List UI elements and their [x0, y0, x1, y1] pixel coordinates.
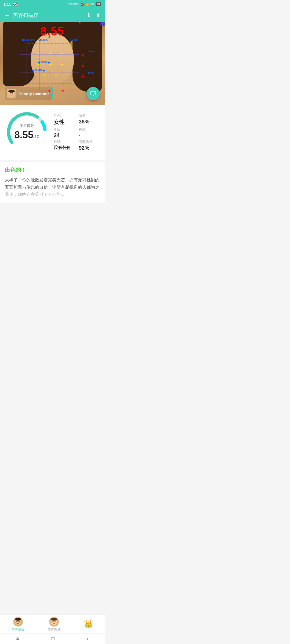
landmark-dot-5 — [49, 64, 51, 65]
status-time: 8:11 — [4, 2, 11, 6]
landmark-dot-6 — [61, 64, 63, 65]
arrow-down-right: ▼ — [61, 89, 64, 93]
wifi-icon: 📡 — [90, 3, 94, 6]
x-mark-3: ✕ — [81, 74, 84, 79]
landmark-dot-4 — [38, 64, 39, 65]
circle-score-sub: /10 — [33, 134, 39, 139]
stat-gender-value: 女性 — [54, 119, 74, 126]
badge-face-svg — [8, 90, 16, 98]
circle-center-content: 美容得分 8.55/10 — [15, 123, 39, 141]
status-avatar-icon: 🐼 — [12, 2, 17, 6]
meas-100: ◀ 100% ▶ — [38, 61, 50, 64]
landmark-dot-2 — [49, 53, 51, 54]
image-score-value: 8.55 — [40, 25, 64, 37]
meas-top-right: 27%▶ — [70, 38, 78, 42]
image-score-overlay: 8.55 — [40, 25, 64, 38]
download-button[interactable]: ⬇ — [86, 12, 91, 19]
grid-line-v2 — [59, 37, 59, 90]
scanner-badge-icon — [7, 89, 16, 98]
meas-top-mid: 21.5% — [39, 38, 48, 41]
signal-icon: 📶 — [85, 3, 89, 6]
desc-section: 出色的！ 太棒了！你的脸散发着完美光芒，拥有无可挑剔的五官和无与伦比的自信，让所… — [0, 162, 105, 203]
stat-smile-value: 38% — [79, 119, 99, 125]
face-image-container: 8.55 ◀▶ 22.9% 21.5% 27%▶ ▲ ✕ ✕ ✕ ◀ 100% … — [0, 22, 105, 105]
score-section: 美容得分 8.55/10 性别 女性 微笑 38% 年龄 24 种族 - 玻璃 … — [0, 105, 105, 160]
status-bar: 8:11 🐼 ··· 336 KB/s 🔇 📶 📡 35 — [0, 0, 105, 9]
meas-right-1: 16.3% — [88, 50, 94, 53]
stat-age-value: 24 — [54, 132, 74, 138]
stat-face-quality-value: 92% — [79, 145, 99, 151]
svg-point-6 — [94, 92, 95, 93]
stat-age: 年龄 24 — [54, 127, 74, 138]
back-button[interactable]: ← — [4, 12, 10, 19]
status-icons: 336 KB/s 🔇 📶 📡 35 — [68, 2, 101, 6]
x-mark-2: ✕ — [81, 64, 84, 69]
meas-top-left: ◀▶ 22.9% — [21, 38, 35, 42]
meas-524: ◀ 52.4% ▶ — [32, 69, 45, 72]
stat-face-quality-label: 面部质量 — [79, 140, 99, 144]
fab-icon — [90, 90, 96, 97]
status-time-area: 8:11 🐼 ··· — [4, 2, 21, 6]
meas-right-2: 43.7% — [88, 72, 94, 74]
stat-glass-value: 没有任何 — [54, 145, 74, 151]
mute-icon: 🔇 — [80, 3, 84, 6]
x-mark-1: ✕ — [81, 53, 84, 58]
status-dots: ··· — [19, 2, 21, 6]
circle-label: 美容得分 — [15, 123, 39, 128]
landmark-dot-3 — [61, 53, 63, 54]
stat-race-label: 种族 — [79, 127, 99, 132]
fab-button[interactable] — [86, 87, 100, 100]
stat-glass-label: 玻璃 — [54, 140, 74, 144]
stat-glass: 玻璃 没有任何 — [54, 140, 74, 151]
stat-race: 种族 - — [79, 127, 99, 138]
grid-line-h2 — [20, 72, 79, 72]
top-nav: ← 美容扫描仪 ⬇ ⬆ — [0, 9, 105, 22]
arrow-up: ▲ — [48, 35, 51, 38]
face-analysis-grid: ◀▶ 22.9% 21.5% 27%▶ ▲ ✕ ✕ ✕ ◀ 100% ▶ ◀ 5… — [20, 37, 79, 90]
nav-actions: ⬇ ⬆ — [86, 12, 100, 19]
landmark-dot-7 — [44, 74, 45, 76]
stat-gender-label: 性别 — [54, 113, 74, 118]
stat-gender: 性别 女性 — [54, 113, 74, 126]
circle-score-value: 8.55 — [15, 129, 33, 140]
desc-fade-overlay — [5, 190, 100, 198]
stat-smile: 微笑 38% — [79, 113, 99, 126]
stat-smile-label: 微笑 — [79, 113, 99, 118]
corner-badge: 3 — [100, 22, 105, 26]
circle-progress-container: 美容得分 8.55/10 — [5, 111, 48, 153]
landmark-dot-1 — [38, 53, 39, 54]
svg-point-3 — [8, 90, 15, 93]
page-title: 美容扫描仪 — [13, 12, 86, 19]
landmark-dot-8 — [55, 74, 57, 76]
circle-score-display: 8.55/10 — [15, 129, 39, 141]
stats-grid: 性别 女性 微笑 38% 年龄 24 种族 - 玻璃 没有任何 面部质量 92% — [54, 113, 99, 151]
stat-face-quality: 面部质量 92% — [79, 140, 99, 151]
scanner-badge-text: Beauty Scanner — [19, 92, 49, 96]
share-button[interactable]: ⬆ — [96, 12, 100, 19]
desc-title: 出色的！ — [5, 166, 100, 174]
network-speed: 336 KB/s — [68, 3, 79, 6]
battery-icon: 35 — [96, 2, 101, 6]
stat-race-value: - — [79, 132, 99, 138]
grid-line-h1 — [20, 54, 79, 55]
scanner-badge: Beauty Scanner — [5, 87, 53, 100]
stat-age-label: 年龄 — [54, 127, 74, 132]
